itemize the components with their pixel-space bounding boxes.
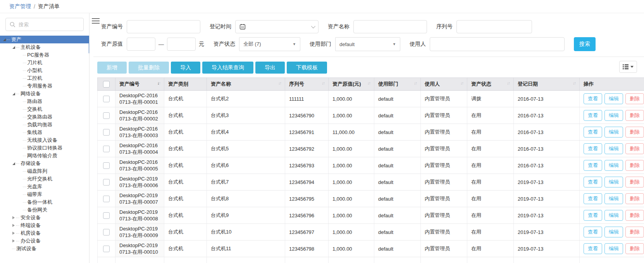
edit-button[interactable]: 编辑 — [604, 193, 623, 204]
tree-item[interactable]: 集线器 — [0, 129, 89, 136]
edit-button[interactable]: 编辑 — [604, 160, 623, 171]
view-button[interactable]: 查看 — [584, 160, 602, 171]
view-button[interactable]: 查看 — [584, 110, 602, 121]
tree-item[interactable]: 光盘库 — [0, 183, 89, 191]
column-header[interactable]: ↓↑资产状态 — [467, 78, 514, 91]
sort-arrows-icon[interactable]: ↓↑ — [507, 81, 510, 85]
sort-arrows-icon[interactable]: ↓↑ — [367, 81, 370, 85]
tree-item[interactable]: 刀片机 — [0, 59, 89, 67]
delete-button[interactable]: 删除 — [625, 243, 644, 254]
sidebar-search-box[interactable] — [5, 18, 84, 31]
column-header[interactable]: ↓↑登记日期 — [514, 78, 580, 91]
sort-arrows-icon[interactable]: ↓↑ — [278, 81, 281, 85]
view-button[interactable]: 查看 — [584, 227, 602, 237]
asset-status-select[interactable]: 全部 (7) ▼ — [239, 37, 300, 51]
view-button[interactable]: 查看 — [584, 127, 602, 138]
delete-button[interactable]: 删除 — [625, 93, 644, 104]
tree-item[interactable]: 测试设备 — [0, 245, 89, 253]
tree-item[interactable]: 光纤交换机 — [0, 175, 89, 183]
toolbar-button[interactable]: 导入 — [171, 62, 200, 74]
register-time-picker[interactable] — [235, 20, 319, 33]
tree-item[interactable]: 路由器 — [0, 98, 89, 105]
tree-item[interactable]: PC服务器 — [0, 51, 89, 59]
tree-item[interactable]: 存储设备 — [0, 160, 89, 167]
edit-button[interactable]: 编辑 — [604, 110, 623, 121]
tree-collapsed-arrow-icon[interactable] — [11, 230, 16, 236]
toolbar-button[interactable]: 下载模板 — [287, 62, 327, 74]
column-header[interactable]: ↓↑使用人 — [421, 78, 467, 91]
view-button[interactable]: 查看 — [584, 210, 602, 221]
edit-button[interactable]: 编辑 — [604, 143, 623, 154]
tree-item[interactable]: 工控机 — [0, 74, 89, 82]
tree-item[interactable]: 资产 — [0, 36, 89, 43]
tree-item[interactable]: 网络传输介质 — [0, 152, 89, 160]
tree-expanded-arrow-icon[interactable] — [11, 45, 16, 50]
row-checkbox[interactable] — [103, 229, 110, 235]
edit-button[interactable]: 编辑 — [604, 127, 623, 138]
toolbar-button[interactable]: 导出 — [255, 62, 285, 74]
row-checkbox[interactable] — [103, 246, 110, 252]
view-button[interactable]: 查看 — [584, 193, 602, 204]
search-button[interactable]: 搜索 — [574, 37, 596, 51]
tree-item[interactable]: 机房设备 — [0, 229, 89, 237]
tree-collapsed-arrow-icon[interactable] — [11, 223, 16, 228]
column-header[interactable]: ↓↑资产名称 — [207, 78, 285, 91]
tree-item[interactable]: 主机设备 — [0, 43, 89, 51]
tree-item[interactable]: 交换路由器 — [0, 113, 89, 121]
delete-button[interactable]: 删除 — [625, 227, 644, 237]
delete-button[interactable]: 删除 — [625, 193, 644, 204]
row-checkbox[interactable] — [103, 196, 110, 202]
tree-item[interactable]: 备份网关 — [0, 206, 89, 214]
column-header[interactable]: ↓↑资产原值(元) — [329, 78, 374, 91]
tree-expanded-arrow-icon[interactable] — [11, 91, 16, 96]
delete-button[interactable]: 删除 — [625, 127, 644, 138]
sort-arrows-icon[interactable]: ↓↑ — [322, 81, 324, 85]
tree-collapsed-arrow-icon[interactable] — [11, 238, 16, 244]
tree-item[interactable]: 磁带库 — [0, 191, 89, 198]
sort-arrows-icon[interactable]: ↓↑ — [460, 81, 463, 85]
edit-button[interactable]: 编辑 — [604, 210, 623, 221]
edit-button[interactable]: 编辑 — [604, 93, 623, 104]
row-checkbox[interactable] — [103, 162, 110, 169]
row-checkbox[interactable] — [103, 112, 110, 119]
tree-item[interactable]: 备份一体机 — [0, 198, 89, 206]
sidebar-search-input[interactable] — [19, 22, 79, 28]
tree-item[interactable]: 小型机 — [0, 67, 89, 74]
tree-item[interactable]: 安全设备 — [0, 214, 89, 222]
tree-item[interactable]: 协议接口转换器 — [0, 144, 89, 152]
asset-value-to-input[interactable] — [167, 38, 196, 51]
view-button[interactable]: 查看 — [584, 93, 602, 104]
tree-expanded-arrow-icon[interactable] — [2, 37, 7, 42]
tree-item[interactable]: 办公设备 — [0, 237, 89, 245]
row-checkbox[interactable] — [103, 212, 110, 219]
select-all-checkbox[interactable] — [103, 81, 110, 88]
row-checkbox[interactable] — [103, 129, 110, 136]
tree-item[interactable]: 磁盘阵列 — [0, 167, 89, 175]
asset-code-input[interactable] — [127, 20, 200, 33]
view-button[interactable]: 查看 — [584, 143, 602, 154]
delete-button[interactable]: 删除 — [625, 160, 644, 171]
tree-item[interactable]: 专用服务器 — [0, 82, 89, 90]
column-header[interactable]: ↓↑序列号 — [285, 78, 329, 91]
use-department-select[interactable]: default ▼ — [335, 37, 400, 51]
view-button[interactable]: 查看 — [584, 177, 602, 187]
delete-button[interactable]: 删除 — [625, 177, 644, 187]
sort-arrows-icon[interactable]: ↓↑ — [414, 81, 417, 85]
row-checkbox[interactable] — [103, 146, 110, 152]
serial-number-input[interactable] — [456, 20, 532, 33]
tree-item[interactable]: 终端设备 — [0, 222, 89, 229]
delete-button[interactable]: 删除 — [625, 143, 644, 154]
row-checkbox[interactable] — [103, 179, 110, 186]
edit-button[interactable]: 编辑 — [604, 227, 623, 237]
edit-button[interactable]: 编辑 — [604, 243, 623, 254]
delete-button[interactable]: 删除 — [625, 210, 644, 221]
sort-arrows-icon[interactable]: ↓↑ — [157, 81, 160, 85]
toolbar-button[interactable]: 导入结果查询 — [202, 62, 253, 74]
sidebar-collapse-icon[interactable] — [92, 17, 100, 25]
tree-item[interactable]: 负载均衡器 — [0, 121, 89, 129]
row-checkbox[interactable] — [103, 96, 110, 102]
tree-collapsed-arrow-icon[interactable] — [11, 215, 16, 220]
column-visibility-toggle[interactable] — [619, 61, 637, 73]
tree-item[interactable]: 网络设备 — [0, 90, 89, 98]
tree-item[interactable]: 无线接入设备 — [0, 136, 89, 144]
